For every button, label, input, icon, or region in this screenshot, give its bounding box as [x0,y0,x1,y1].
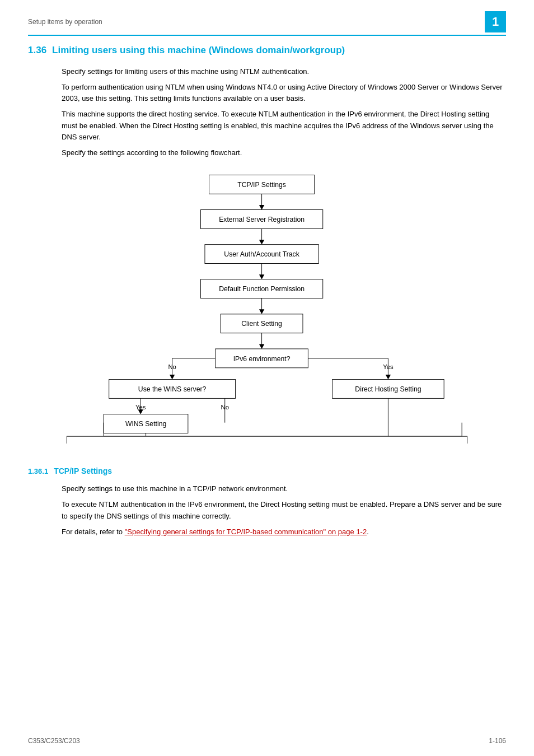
svg-marker-3 [259,205,264,209]
para-1: Specify settings for limiting users of t… [62,66,506,77]
svg-marker-15 [259,309,264,314]
svg-text:TCP/IP Settings: TCP/IP Settings [237,181,286,189]
para-4: Specify the settings according to the fo… [62,147,506,158]
flowchart-svg: TCP/IP Settings External Server Registra… [62,170,472,444]
svg-text:Default Function Permission: Default Function Permission [219,285,305,293]
section-1361-header: 1.36.1 TCP/IP Settings [28,456,506,479]
svg-text:IPv6 environment?: IPv6 environment? [233,355,291,363]
svg-text:Finish: Finish [258,442,277,444]
section-1361-container: 1.36.1 TCP/IP Settings Specify settings … [28,456,506,538]
svg-marker-11 [259,274,264,279]
section-1361-para-2: To execute NTLM authentication in the IP… [62,499,506,521]
section-136-number: 1.36 [28,45,46,56]
svg-marker-19 [259,344,264,348]
section-1361-number: 1.36.1 [28,467,48,475]
footer: C353/C253/C203 1-106 [28,737,506,745]
section-136-title: Limiting users using this machine (Windo… [52,45,345,56]
svg-marker-25 [170,375,175,379]
link-suffix: . [367,528,369,536]
svg-marker-37 [138,409,143,414]
footer-page: 1-106 [489,737,506,745]
section-136-header: 1.36 Limiting users using this machine (… [28,45,506,62]
breadcrumb: Setup items by operation [28,18,102,26]
para-2: To perform authentication using NTLM whe… [62,82,506,104]
svg-marker-29 [386,375,391,379]
svg-text:External Server Registration: External Server Registration [219,216,305,223]
page: Setup items by operation 1 1.36 Limiting… [0,0,534,756]
para-3: This machine supports the direct hosting… [62,109,506,142]
svg-text:Direct Hosting Setting: Direct Hosting Setting [355,385,421,393]
svg-text:User Auth/Account Track: User Auth/Account Track [224,250,299,258]
svg-text:WINS Setting: WINS Setting [125,420,167,428]
svg-text:Use the WINS server?: Use the WINS server? [138,385,207,393]
header-bar: Setup items by operation 1 [28,11,506,36]
page-badge: 1 [485,11,506,32]
section-1361-para-1: Specify settings to use this machine in … [62,483,506,494]
section-1361-title: TCP/IP Settings [54,466,112,475]
link-prefix: For details, refer to [62,528,125,536]
section-1361-link-para: For details, refer to "Specifying genera… [62,526,506,538]
flowchart: TCP/IP Settings External Server Registra… [62,170,472,445]
svg-marker-7 [259,240,264,244]
footer-model: C353/C253/C203 [28,737,80,745]
link-anchor[interactable]: "Specifying general settings for TCP/IP-… [125,528,367,536]
svg-text:Client Setting: Client Setting [241,320,282,328]
